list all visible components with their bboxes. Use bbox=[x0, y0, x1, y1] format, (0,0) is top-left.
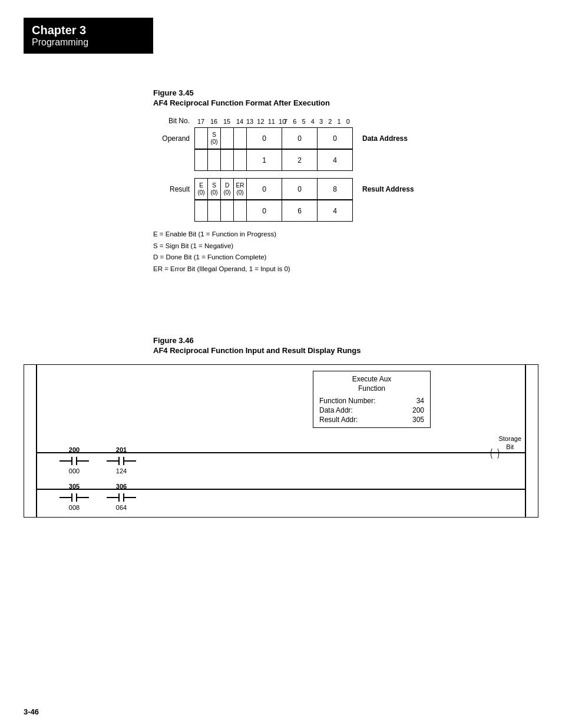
figure-46-title: Figure 3.46 bbox=[153, 336, 538, 345]
function-number-row: Function Number: 34 bbox=[319, 397, 424, 405]
legend-s: S = Sign Bit (1 = Negative) bbox=[153, 241, 538, 252]
result-row-1: Result E(0) S(0) D(0) ER(0) 0 0 8 Result… bbox=[153, 178, 538, 200]
contact-201: 201 124 bbox=[107, 446, 136, 475]
legend: E = Enable Bit (1 = Function in Progress… bbox=[153, 229, 538, 275]
chapter-name: Programming bbox=[32, 37, 145, 48]
da-label: Data Addr: bbox=[319, 406, 353, 414]
rail-left bbox=[36, 365, 37, 517]
fn-value: 34 bbox=[416, 397, 424, 405]
result-label: Result bbox=[153, 185, 194, 193]
contact-200: 200 000 bbox=[59, 446, 89, 475]
figure-45-container: Figure 3.45 AF4 Reciprocal Function Form… bbox=[24, 88, 538, 275]
figure-45-subtitle: AF4 Reciprocal Function Format After Exe… bbox=[153, 98, 538, 107]
result-address-label: Result Address bbox=[362, 185, 414, 193]
bit-no-label: Bit No. bbox=[153, 117, 194, 125]
figure-45-title: Figure 3.45 bbox=[153, 88, 538, 97]
result-row-2: 0 6 4 bbox=[153, 200, 538, 222]
ra-label: Result Addr: bbox=[319, 416, 358, 424]
contact-306: 306 064 bbox=[107, 483, 136, 511]
aux-function-box: Execute Aux Function Function Number: 34… bbox=[313, 371, 431, 428]
legend-e: E = Enable Bit (1 = Function in Progress… bbox=[153, 229, 538, 241]
figure-46-container: Figure 3.46 AF4 Reciprocal Function Inpu… bbox=[24, 336, 538, 518]
legend-er: ER = Error Bit (Illegal Operand, 1 = Inp… bbox=[153, 263, 538, 275]
operand-table-2: 1 2 4 bbox=[194, 149, 353, 171]
result-addr-row: Result Addr: 305 bbox=[319, 416, 424, 424]
data-addr-row: Data Addr: 200 bbox=[319, 406, 424, 414]
bit-numbers-row: 17 16 15 14 13 12 11 10 7 6 5 4 3 2 1 0 bbox=[194, 118, 352, 125]
result-table-1: E(0) S(0) D(0) ER(0) 0 0 8 bbox=[194, 178, 353, 200]
fn-label: Function Number: bbox=[319, 397, 375, 405]
legend-container: E = Enable Bit (1 = Function in Progress… bbox=[153, 229, 538, 275]
contact-305: 305 008 bbox=[59, 483, 89, 511]
aux-title: Execute Aux Function bbox=[319, 375, 424, 393]
chapter-header: Chapter 3 Programming bbox=[24, 18, 153, 54]
rail-right bbox=[525, 365, 526, 517]
operand-label: Operand bbox=[153, 134, 194, 143]
ra-value: 305 bbox=[412, 416, 424, 424]
operand-row-2: 1 2 4 bbox=[153, 149, 538, 171]
page-number: 3-46 bbox=[24, 707, 39, 716]
operand-table-1: S(0) 0 0 0 bbox=[194, 127, 353, 149]
coil-storage: ( ) bbox=[481, 445, 508, 460]
figure-46-subtitle: AF4 Reciprocal Function Input and Result… bbox=[153, 346, 538, 355]
operand-row-1: Operand S(0) 0 0 0 Data Address bbox=[153, 127, 538, 149]
chapter-number: Chapter 3 bbox=[32, 24, 145, 37]
legend-d: D = Done Bit (1 = Function Complete) bbox=[153, 252, 538, 263]
bit-header: Bit No. 17 16 15 14 13 12 11 10 7 6 5 4 … bbox=[153, 117, 538, 125]
ladder-diagram: Execute Aux Function Function Number: 34… bbox=[24, 364, 538, 518]
da-value: 200 bbox=[412, 406, 424, 414]
data-address-label: Data Address bbox=[362, 134, 408, 143]
result-table-2: 0 6 4 bbox=[194, 200, 353, 222]
